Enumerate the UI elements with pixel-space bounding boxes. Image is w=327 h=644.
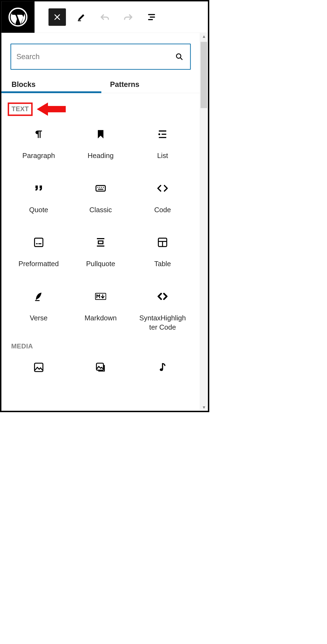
editor-frame: Blocks Patterns TEXT — [0, 0, 209, 412]
category-media-label: MEDIA — [11, 342, 33, 350]
text-blocks-grid: Paragraph Heading — [1, 120, 200, 332]
keyboard-icon — [94, 181, 108, 195]
media-blocks-grid — [1, 353, 200, 384]
block-label: Preformatted — [19, 259, 59, 269]
block-markdown[interactable]: Markdown — [70, 289, 132, 332]
table-icon — [156, 235, 169, 249]
edit-button[interactable] — [74, 9, 89, 25]
search-input[interactable] — [16, 52, 175, 61]
pullquote-icon — [94, 235, 108, 249]
block-label: Markdown — [84, 313, 117, 323]
svg-rect-6 — [98, 241, 103, 244]
image-icon — [32, 360, 46, 374]
preformatted-icon — [32, 235, 46, 249]
block-gallery[interactable] — [70, 360, 132, 384]
block-label: Classic — [89, 205, 112, 215]
code-bold-icon — [156, 289, 169, 303]
tab-patterns-label: Patterns — [110, 80, 140, 89]
list-icon — [156, 127, 169, 141]
toolbar-buttons — [35, 8, 159, 26]
undo-icon — [99, 12, 110, 23]
arrow-icon — [37, 102, 66, 117]
bookmark-icon — [94, 127, 108, 141]
markdown-icon — [94, 289, 108, 303]
block-quote[interactable]: Quote — [8, 181, 69, 215]
svg-point-3 — [158, 133, 160, 135]
svg-rect-5 — [35, 238, 43, 247]
block-code[interactable]: Code — [132, 181, 193, 215]
wordpress-icon — [8, 7, 28, 26]
undo-button[interactable] — [97, 9, 113, 25]
document-overview-button[interactable] — [144, 9, 159, 25]
category-media-row: MEDIA — [1, 332, 200, 354]
block-label: Heading — [88, 151, 114, 160]
block-label: List — [157, 151, 168, 160]
redo-icon — [123, 12, 134, 23]
block-syntaxhighlighter[interactable]: SyntaxHighligh ter Code — [132, 289, 193, 332]
wordpress-logo[interactable] — [1, 1, 35, 33]
tab-blocks-label: Blocks — [11, 80, 35, 89]
music-note-icon — [156, 360, 169, 374]
block-label: Code — [154, 205, 171, 215]
paragraph-icon — [32, 127, 46, 141]
block-label: Verse — [30, 313, 47, 323]
annotation-arrow — [37, 102, 66, 117]
gallery-icon — [94, 360, 108, 374]
inserter-tabs: Blocks Patterns — [1, 76, 200, 93]
search-box[interactable] — [10, 44, 191, 70]
outline-icon — [147, 12, 157, 22]
category-text-label: TEXT — [11, 105, 29, 113]
block-label: Quote — [29, 205, 48, 215]
svg-rect-4 — [96, 186, 105, 191]
block-classic[interactable]: Classic — [70, 181, 132, 215]
inserter-panel: Blocks Patterns TEXT — [1, 33, 208, 411]
block-heading[interactable]: Heading — [70, 127, 132, 160]
annotation-box: TEXT — [8, 102, 33, 116]
block-paragraph[interactable]: Paragraph — [8, 127, 69, 160]
search-icon — [175, 53, 183, 60]
block-audio[interactable] — [132, 360, 193, 384]
code-icon — [156, 181, 169, 195]
svg-marker-2 — [37, 102, 66, 116]
block-pullquote[interactable]: Pullquote — [70, 235, 132, 269]
close-icon — [53, 13, 61, 21]
block-label: SyntaxHighligh ter Code — [139, 313, 186, 332]
tab-patterns[interactable]: Patterns — [101, 76, 200, 93]
svg-rect-9 — [35, 363, 43, 372]
scrollbar[interactable]: ▴ ▾ — [200, 33, 208, 411]
block-table[interactable]: Table — [132, 235, 193, 269]
redo-button[interactable] — [120, 9, 136, 25]
block-list[interactable]: List — [132, 127, 193, 160]
svg-rect-10 — [96, 363, 104, 370]
search-wrap — [1, 33, 200, 76]
block-image[interactable] — [8, 360, 69, 384]
inserter-main: Blocks Patterns TEXT — [1, 33, 200, 411]
tab-blocks[interactable]: Blocks — [1, 76, 101, 93]
top-toolbar — [1, 1, 208, 33]
block-verse[interactable]: Verse — [8, 289, 69, 332]
category-text-row: TEXT — [1, 93, 200, 120]
scroll-thumb[interactable] — [201, 42, 207, 108]
feather-icon — [32, 289, 46, 303]
quote-icon — [32, 181, 46, 195]
block-label: Table — [154, 259, 171, 269]
scroll-up-button[interactable]: ▴ — [203, 33, 205, 40]
block-label: Paragraph — [22, 151, 55, 160]
close-inserter-button[interactable] — [49, 8, 66, 26]
block-label: Pullquote — [86, 259, 115, 269]
block-preformatted[interactable]: Preformatted — [8, 235, 69, 269]
svg-point-11 — [160, 368, 163, 371]
pencil-icon — [77, 12, 86, 22]
scroll-down-button[interactable]: ▾ — [203, 404, 205, 411]
